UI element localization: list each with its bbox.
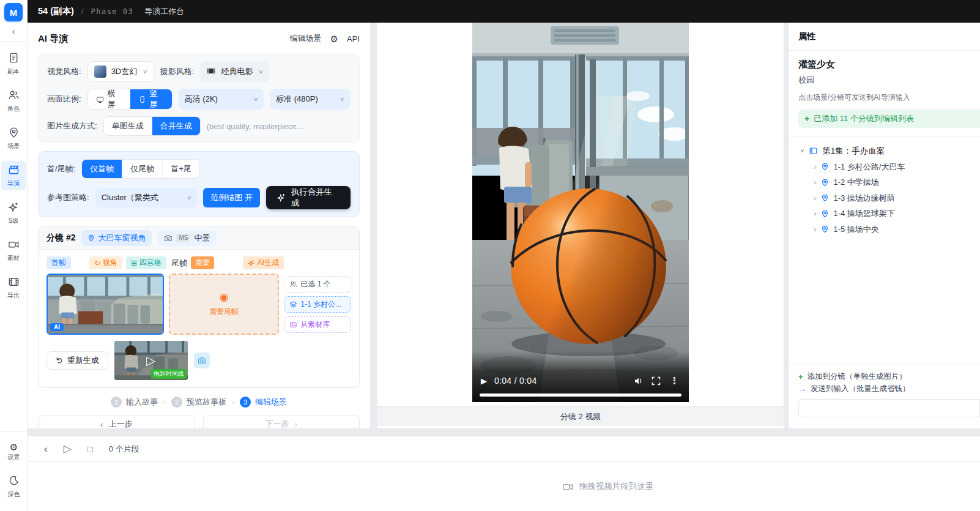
- ref-strategy-label: 参考图策略:: [47, 192, 89, 203]
- timeline-stop-icon[interactable]: □: [87, 444, 93, 453]
- reference-scene-button[interactable]: 1-1 乡村公...: [284, 296, 351, 313]
- plus-icon: +: [804, 114, 809, 124]
- segment-count: 0 个片段: [109, 444, 139, 455]
- ratio-portrait-option[interactable]: 竖屏: [130, 89, 172, 109]
- timeline-dock: ‹ ▷ □ 0 个片段 拖拽视频片段到这里: [28, 428, 980, 511]
- shot-video-player[interactable]: ▶ 0:04 / 0:04 ⋮: [472, 23, 689, 402]
- timeline-dropzone[interactable]: 拖拽视频片段到这里: [132, 462, 980, 511]
- location-pin-icon: [821, 179, 829, 187]
- chevron-down-icon: ∨: [143, 69, 148, 75]
- shot-location-pill[interactable]: 大巴车窗视角: [81, 230, 152, 246]
- visual-style-dropdown[interactable]: 3D玄幻 ∨: [87, 61, 154, 82]
- frames-last-option[interactable]: 仅尾帧: [122, 160, 163, 178]
- sidebar-bottom: ⚙ 设置 深色: [0, 431, 28, 501]
- sidebar-item-s-grade[interactable]: S级: [1, 198, 26, 228]
- added-shots-banner: + 已添加 11 个分镜到编辑列表: [798, 110, 980, 128]
- video-camera-icon: [8, 239, 20, 253]
- first-frame-thumbnail[interactable]: AI: [46, 274, 164, 335]
- people-icon: [8, 89, 20, 103]
- sidebar-item-director[interactable]: 导演: [1, 161, 26, 190]
- shot-size-pill[interactable]: MS 中景: [158, 230, 216, 246]
- frames-label: 首/尾帧:: [47, 163, 75, 174]
- tree-scene-1-4[interactable]: > 1-4 操场篮球架下: [800, 206, 980, 222]
- sidebar-item-assets[interactable]: 素材: [1, 236, 26, 265]
- visual-style-label: 视觉风格:: [47, 66, 81, 77]
- workspace: AI 导演 编辑场景 ⚙ API 视觉风格: 3D玄幻 ∨ 摄影风格:: [28, 23, 980, 428]
- last-frame-actions: 已选 1 个 1-1 乡村公... 从素材库: [284, 274, 351, 335]
- hd-resolution-select[interactable]: 高清 (2K) ∨: [179, 89, 264, 110]
- fullscreen-icon[interactable]: [651, 376, 661, 386]
- tree-scene-1-2[interactable]: > 1-2 中学操场: [800, 175, 980, 191]
- step-edit-scene[interactable]: 3 编辑场景: [240, 397, 287, 408]
- step-separator: ›: [163, 398, 166, 406]
- tree-scene-1-3[interactable]: > 1-3 操场边缘树荫: [800, 190, 980, 206]
- sparkle-icon: [248, 259, 255, 267]
- send-to-input-link[interactable]: → 发送到输入（批量生成省钱）: [798, 382, 980, 395]
- sd-resolution-select[interactable]: 标准 (480P) ∨: [270, 89, 351, 110]
- frames-toggle: 仅首帧 仅尾帧 首+尾: [81, 159, 200, 179]
- tree-scene-1-1[interactable]: > 1-1 乡村公路/大巴车: [800, 159, 980, 175]
- sidebar-divider: [0, 41, 28, 42]
- frames-first-option[interactable]: 仅首帧: [82, 160, 122, 178]
- gen-merge-option[interactable]: 合并生成: [152, 117, 200, 135]
- sidebar-collapse-icon[interactable]: ‹: [12, 26, 15, 36]
- filmstrip-icon: [8, 276, 20, 290]
- timeline-scrollbar-track[interactable]: [28, 428, 980, 436]
- regenerate-button[interactable]: ↻ 重新生成: [46, 351, 108, 370]
- clapperboard-icon: [8, 164, 20, 178]
- page-title: AI 导演: [38, 33, 68, 45]
- properties-input[interactable]: [798, 399, 980, 417]
- tree-scene-1-5[interactable]: > 1-5 操场中央: [800, 222, 980, 237]
- selected-count-button[interactable]: 已选 1 个: [284, 276, 351, 293]
- app-logo[interactable]: M: [4, 3, 23, 21]
- grid-icon: ⊞: [131, 259, 137, 267]
- sidebar-item-scenes[interactable]: 场景: [1, 124, 26, 153]
- settings-gear-icon[interactable]: ⚙: [330, 34, 338, 43]
- sidebar-item-script[interactable]: 剧本: [1, 49, 26, 78]
- kebab-menu-icon[interactable]: ⋮: [669, 375, 680, 386]
- add-to-shot-link[interactable]: + 添加到分镜（单独生成图片）: [798, 370, 980, 382]
- sidebar-item-export[interactable]: 导出: [1, 273, 26, 302]
- tree-episode-1[interactable]: ∨ 第1集：手办血案: [800, 143, 980, 159]
- grid-tag[interactable]: ⊞四宫格: [126, 256, 166, 269]
- from-library-button[interactable]: 从素材库: [284, 316, 351, 333]
- properties-divider: [789, 136, 980, 136]
- ratio-landscape-option[interactable]: 横屏: [88, 89, 130, 109]
- step-preview-storyboard[interactable]: 2 预览故事板: [171, 397, 226, 408]
- volume-icon[interactable]: [633, 376, 644, 386]
- frames-both-option[interactable]: 首+尾: [163, 160, 199, 178]
- cluster-strategy-select[interactable]: Cluster（聚类式 ∨: [95, 188, 198, 207]
- shot-video-thumbnail[interactable]: ▷ 拖到时间线: [114, 341, 188, 380]
- step-input-story[interactable]: 1 输入故事: [111, 397, 158, 408]
- run-merge-generate-button[interactable]: 执行合并生成: [266, 186, 351, 209]
- timeline-play-icon[interactable]: ▷: [64, 444, 72, 454]
- snapshot-camera-button[interactable]: [194, 352, 210, 368]
- edit-scene-link[interactable]: 编辑场景: [290, 33, 322, 44]
- camera-icon: [164, 234, 173, 242]
- video-time: 0:04 / 0:04: [494, 376, 536, 386]
- camera-style-dropdown[interactable]: 经典电影 ∨: [200, 61, 269, 82]
- sidebar-item-dark-mode[interactable]: 深色: [1, 472, 26, 501]
- api-link[interactable]: API: [347, 34, 360, 43]
- sparkle-icon: [277, 193, 286, 203]
- need-last-frame-dropzone[interactable]: ◉ 需要尾帧: [169, 274, 279, 335]
- ai-generate-tag[interactable]: AI生成: [243, 256, 284, 269]
- ai-badge: AI: [50, 323, 64, 331]
- anchor-image-toggle[interactable]: 范例锚图 开: [203, 188, 260, 207]
- video-progress-bar[interactable]: [480, 394, 681, 397]
- sidebar-item-characters[interactable]: 角色: [1, 86, 26, 116]
- angle-tag[interactable]: ↻视角: [89, 256, 122, 269]
- camera-icon: [198, 356, 206, 365]
- chevron-right-icon: >: [814, 210, 817, 217]
- bus-interior-thumb-image: [48, 275, 163, 334]
- play-button[interactable]: ▶: [481, 376, 487, 386]
- gen-mode-toggle: 单图生成 合并生成: [103, 116, 201, 136]
- gen-single-option[interactable]: 单图生成: [104, 117, 152, 135]
- shot-title: 分镜 #2: [46, 233, 75, 244]
- video-caption: 分镜 2 视频: [377, 406, 784, 426]
- collapse-timeline-icon[interactable]: ‹: [44, 444, 48, 454]
- properties-panel: 属性 灌篮少女 校园 点击场景/分镜可发送到AI导演输入 + 已添加 11 个分…: [788, 23, 980, 428]
- sidebar-item-settings[interactable]: ⚙ 设置: [1, 439, 26, 464]
- refresh-icon: ↻: [94, 259, 100, 267]
- script-icon: [8, 52, 20, 66]
